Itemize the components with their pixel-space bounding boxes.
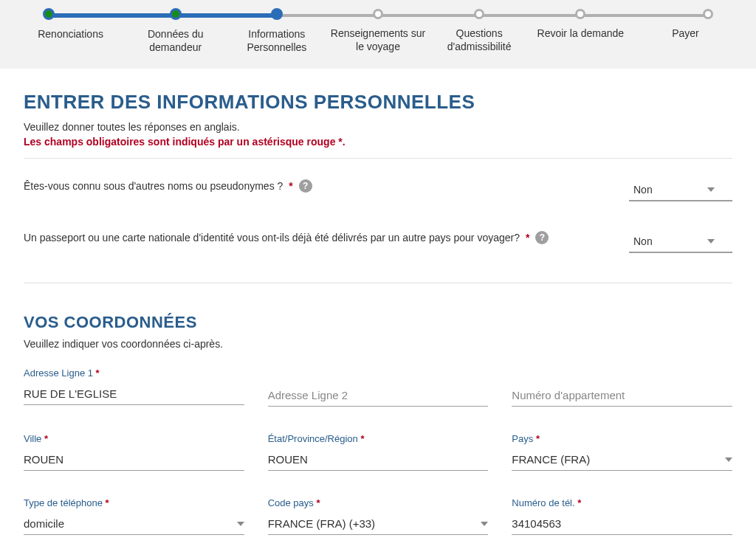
step-renseignements-voyage[interactable]: Renseignements sur le voyage [327,9,428,54]
chevron-down-icon [725,458,732,462]
help-icon[interactable]: ? [535,231,549,244]
country-label: Pays * [512,433,732,444]
phone-type-label: Type de téléphone * [24,497,244,508]
step-revoir-demande[interactable]: Revoir la demande [530,9,631,54]
help-icon[interactable]: ? [299,179,312,193]
address2-label: . [268,367,489,380]
chevron-down-icon [237,522,244,526]
step-dot-future [703,9,713,19]
apt-input[interactable] [512,384,732,407]
divider [24,158,732,159]
required-note: Les champs obligatoires sont indiqués pa… [24,136,732,148]
state-label: État/Province/Région * [268,433,489,444]
country-code-value: FRANCE (FRA) (+33) [268,517,375,530]
question-passport-text: Un passeport ou une carte nationale d'id… [24,232,520,244]
page-title: ENTRER DES INFORMATIONS PERSONNELLES [24,91,732,114]
country-code-label: Code pays * [268,497,489,508]
step-dot-future [373,9,383,19]
required-asterisk: * [526,232,529,244]
step-donnees-demandeur[interactable]: Données du demandeur [125,9,226,54]
step-dot-done [43,8,55,20]
question-passport-row: Un passeport ou une carte nationale d'id… [24,231,732,253]
passport-value: Non [633,235,653,247]
question-aliases-row: Êtes-vous connu sous d'autres noms ou ps… [24,179,732,201]
step-payer[interactable]: Payer [631,9,732,54]
apt-label: . [512,367,732,380]
chevron-down-icon [707,239,715,244]
divider [24,283,732,283]
address1-label: Adresse Ligne 1 * [24,367,244,379]
step-dot-future [575,9,585,19]
city-label: Ville * [24,433,244,444]
address1-input[interactable] [24,383,244,405]
chevron-down-icon [481,522,488,526]
step-dot-future [474,9,484,19]
country-select[interactable]: FRANCE (FRA) [512,449,732,471]
phone-number-label: Numéro de tél. * [512,497,732,508]
city-input[interactable] [24,449,244,471]
aliases-select[interactable]: Non [629,179,732,201]
phone-type-select[interactable]: domicile [24,513,244,535]
step-informations-personnelles[interactable]: Informations Personnelles [226,9,327,54]
country-code-select[interactable]: FRANCE (FRA) (+33) [268,513,489,535]
passport-select[interactable]: Non [629,231,732,253]
state-input[interactable] [268,449,489,471]
question-aliases-text: Êtes-vous connu sous d'autres noms ou ps… [24,180,283,192]
step-dot-active [271,8,283,20]
stepper-container: Renonciations Données du demandeur Infor… [0,0,756,69]
step-dot-done [170,8,182,20]
page-subtitle: Veuillez donner toutes les réponses en a… [24,121,732,133]
aliases-value: Non [633,184,653,196]
step-renonciations[interactable]: Renonciations [24,9,125,54]
phone-number-input[interactable] [512,513,732,535]
step-questions-admissibilite[interactable]: Questions d'admissibilité [429,9,530,54]
country-value: FRANCE (FRA) [512,453,590,466]
phone-type-value: domicile [24,517,64,530]
contact-subtitle: Veuillez indiquer vos coordonnées ci-apr… [24,338,732,350]
required-asterisk: * [289,180,292,192]
address2-input[interactable] [268,384,489,407]
contact-title: VOS COORDONNÉES [24,313,732,332]
chevron-down-icon [707,187,715,192]
